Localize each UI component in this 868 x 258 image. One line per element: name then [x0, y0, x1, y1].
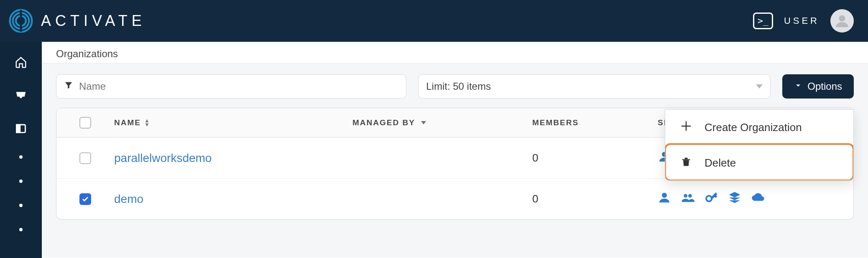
table-row[interactable]: demo0: [56, 178, 853, 219]
dropdown-item-label: Create Organization: [705, 121, 802, 134]
col-managed-by-label: MANAGED BY: [352, 118, 415, 127]
chevron-down-icon: [794, 81, 802, 92]
sort-icon: ▲▼: [144, 119, 151, 126]
sidebar-dot[interactable]: [19, 204, 23, 207]
name-filter-input[interactable]: [79, 81, 398, 92]
col-name-label: NAME: [114, 118, 141, 127]
org-name-link[interactable]: demo: [114, 192, 143, 205]
main-panel: Organizations Limit: 50 items Options: [42, 42, 868, 258]
dropdown-item-delete[interactable]: Delete: [665, 145, 853, 180]
col-name[interactable]: NAME ▲▼: [111, 118, 349, 127]
person-icon[interactable]: [658, 191, 671, 207]
terminal-button[interactable]: >_: [753, 13, 773, 29]
top-bar: ACTIVATE >_ USER: [0, 0, 868, 42]
limit-select[interactable]: Limit: 50 items: [418, 74, 771, 99]
brand-name: ACTIVATE: [41, 12, 146, 30]
name-filter[interactable]: [56, 74, 406, 99]
layers-icon[interactable]: [728, 191, 741, 207]
user-label: USER: [784, 15, 819, 26]
sidebar-home-icon[interactable]: [15, 56, 27, 68]
options-button[interactable]: Options: [782, 74, 854, 99]
brand-logo[interactable]: ACTIVATE: [8, 8, 146, 33]
col-members-label: MEMBERS: [532, 118, 579, 127]
sidebar-dot[interactable]: [19, 228, 23, 231]
dropdown-item-label: Delete: [705, 157, 736, 169]
sidebar-inbox-icon[interactable]: [15, 89, 27, 102]
members-cell: 0: [529, 192, 654, 205]
filter-row: Limit: 50 items Options Create Organizat…: [56, 74, 854, 99]
plus-icon: [679, 120, 693, 135]
svg-point-8: [684, 194, 687, 198]
cloud-icon[interactable]: [751, 191, 765, 207]
checkbox-cell[interactable]: [56, 152, 111, 164]
svg-point-9: [688, 194, 692, 198]
chevron-down-icon: [756, 84, 763, 89]
dropdown-item-create[interactable]: Create Organization: [665, 110, 853, 145]
sidebar-dot[interactable]: [19, 180, 23, 183]
options-dropdown: Create Organization Delete: [665, 109, 854, 181]
col-members[interactable]: MEMBERS: [529, 118, 654, 127]
col-managed-by[interactable]: MANAGED BY: [349, 118, 529, 127]
avatar[interactable]: [830, 9, 854, 33]
svg-point-7: [662, 193, 667, 198]
key-icon[interactable]: [705, 191, 718, 207]
svg-point-3: [839, 15, 845, 22]
sidebar-panel-icon[interactable]: [15, 123, 27, 134]
spiral-logo-icon: [8, 8, 33, 33]
svg-rect-5: [17, 125, 20, 133]
filter-icon: [64, 81, 73, 92]
left-sidebar: [0, 42, 42, 258]
checkbox[interactable]: [79, 152, 91, 164]
members-cell: 0: [529, 152, 654, 164]
caret-down-icon: [421, 121, 426, 124]
avatar-icon: [835, 13, 850, 28]
checkbox[interactable]: [79, 117, 91, 129]
breadcrumb[interactable]: Organizations: [42, 42, 868, 63]
trash-icon: [679, 156, 693, 170]
org-name-link[interactable]: parallelworksdemo: [114, 152, 212, 164]
terminal-icon: >_: [758, 16, 769, 25]
content-area: Limit: 50 items Options Create Organizat…: [42, 63, 868, 258]
svg-point-10: [706, 196, 712, 201]
shared-icons-cell: [654, 191, 853, 207]
checkbox[interactable]: [79, 193, 91, 205]
group-icon[interactable]: [681, 191, 694, 207]
limit-select-label: Limit: 50 items: [426, 81, 491, 92]
checkbox-cell[interactable]: [56, 193, 111, 205]
options-button-label: Options: [807, 81, 842, 92]
select-all-cell[interactable]: [56, 117, 111, 129]
sidebar-dot[interactable]: [19, 155, 23, 159]
